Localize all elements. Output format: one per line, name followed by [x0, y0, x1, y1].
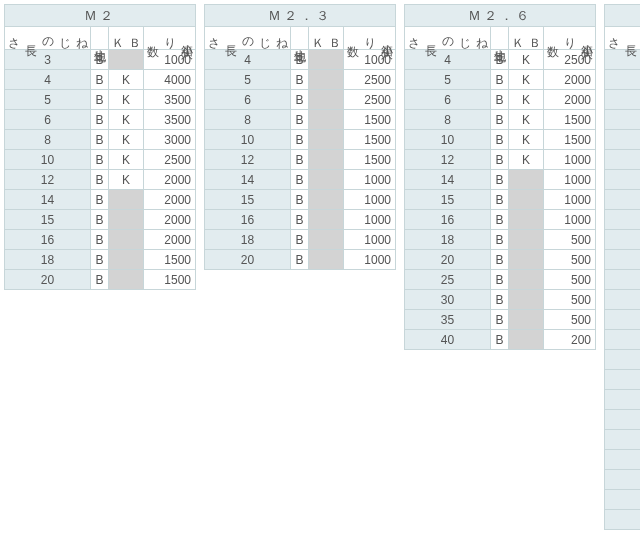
cell-b: B — [491, 270, 509, 290]
table-row: 12BK1000 — [405, 150, 596, 170]
cell-qty: 500 — [544, 290, 596, 310]
table-row: 12BK2000 — [5, 170, 196, 190]
cell-len: 8 — [205, 110, 291, 130]
col-header-label: 生地 — [291, 40, 308, 42]
cell-len: 45 — [605, 390, 641, 410]
cell-b: B — [491, 210, 509, 230]
table-row: 14B1000 — [205, 170, 396, 190]
col-header-label: ねじの長さ — [405, 29, 490, 44]
cell-k: K — [509, 150, 544, 170]
cell-b: B — [491, 310, 509, 330]
table-row: 10B1500 — [205, 130, 396, 150]
cell-len: 15 — [5, 210, 91, 230]
cell-len: 10 — [5, 150, 91, 170]
table-row: 22BK500 — [605, 290, 641, 310]
cell-k: K — [109, 130, 144, 150]
table-row: 15B1000 — [405, 190, 596, 210]
cell-len: 50 — [605, 410, 641, 430]
cell-b: B — [91, 270, 109, 290]
cell-len: 35 — [605, 350, 641, 370]
table-row: 10BK1500 — [405, 130, 596, 150]
table-row: 40BK200 — [605, 370, 641, 390]
table-row: 15B2000 — [5, 210, 196, 230]
cell-qty: 1000 — [344, 210, 396, 230]
cell-qty: 1500 — [544, 130, 596, 150]
table-row: 16B1000 — [405, 210, 596, 230]
cell-qty: 1500 — [344, 110, 396, 130]
cell-b: B — [491, 90, 509, 110]
cell-qty: 4000 — [144, 70, 196, 90]
cell-b: B — [491, 290, 509, 310]
cell-len: 35 — [405, 310, 491, 330]
cell-b: B — [491, 70, 509, 90]
cell-len: 5 — [205, 70, 291, 90]
cell-len: 15 — [405, 190, 491, 210]
cell-len: 60 — [605, 450, 641, 470]
cell-qty: 500 — [544, 230, 596, 250]
cell-b: B — [291, 70, 309, 90]
table-row: 10BB1000 — [605, 150, 641, 170]
cell-k — [309, 190, 344, 210]
cell-k — [509, 210, 544, 230]
table-row: 16BK1000 — [605, 230, 641, 250]
cell-k — [109, 250, 144, 270]
table-row: 18B500 — [405, 230, 596, 250]
table-row: 16B2000 — [5, 230, 196, 250]
col-header-label: ねじの長さ — [5, 29, 90, 44]
cell-b: B — [491, 190, 509, 210]
cell-len: 25 — [605, 310, 641, 330]
cell-len: 10 — [205, 130, 291, 150]
cell-k — [109, 270, 144, 290]
table-row: 7BB2000 — [605, 110, 641, 130]
table-row: 25B500 — [405, 270, 596, 290]
cell-len: 16 — [605, 230, 641, 250]
col-header-qty: 小箱入り数 — [544, 27, 596, 50]
cell-qty: 2500 — [144, 150, 196, 170]
cell-qty: 1000 — [344, 50, 396, 70]
cell-k — [309, 150, 344, 170]
col-header-b: 生地 — [491, 27, 509, 50]
cell-b: B — [91, 110, 109, 130]
cell-qty: 2500 — [544, 50, 596, 70]
table-row: 12BB1000 — [605, 170, 641, 190]
cell-k: K — [109, 150, 144, 170]
col-header-length: ねじの長さ — [405, 27, 491, 50]
cell-len: 10 — [605, 150, 641, 170]
cell-len: 75 — [605, 510, 641, 530]
cell-qty: 2000 — [544, 70, 596, 90]
cell-len: 14 — [605, 190, 641, 210]
cell-len: 18 — [605, 250, 641, 270]
col-header-label: 小箱入り数 — [344, 29, 395, 44]
col-header-label: ＢＫ — [309, 28, 343, 46]
cell-k — [309, 170, 344, 190]
col-header-length: ねじの長さ — [205, 27, 291, 50]
cell-b: B — [91, 250, 109, 270]
table-row: 14B2000 — [5, 190, 196, 210]
table-row: 12B1500 — [205, 150, 396, 170]
cell-qty: 1000 — [544, 190, 596, 210]
cell-len: 30 — [405, 290, 491, 310]
cell-b: B — [91, 210, 109, 230]
cell-b: B — [291, 150, 309, 170]
table-row: 4BK4000 — [5, 70, 196, 90]
cell-len: 12 — [605, 170, 641, 190]
table-row: 20B500 — [405, 250, 596, 270]
cell-qty: 1500 — [344, 150, 396, 170]
cell-k — [509, 290, 544, 310]
cell-qty: 1500 — [144, 250, 196, 270]
cell-len: 10 — [405, 130, 491, 150]
col-header-k: ＢＫ — [509, 27, 544, 50]
cell-len: 22 — [605, 290, 641, 310]
cell-b: B — [91, 50, 109, 70]
cell-qty: 1000 — [344, 250, 396, 270]
cell-b: B — [91, 170, 109, 190]
cell-len: 3 — [5, 50, 91, 70]
cell-qty: 1500 — [544, 110, 596, 130]
cell-k — [109, 230, 144, 250]
table-row: 8B1500 — [205, 110, 396, 130]
cell-len: 4 — [405, 50, 491, 70]
cell-k: K — [109, 90, 144, 110]
col-header-label: ねじの長さ — [205, 29, 290, 44]
table-row: 5BK3500 — [5, 90, 196, 110]
cell-k — [109, 210, 144, 230]
